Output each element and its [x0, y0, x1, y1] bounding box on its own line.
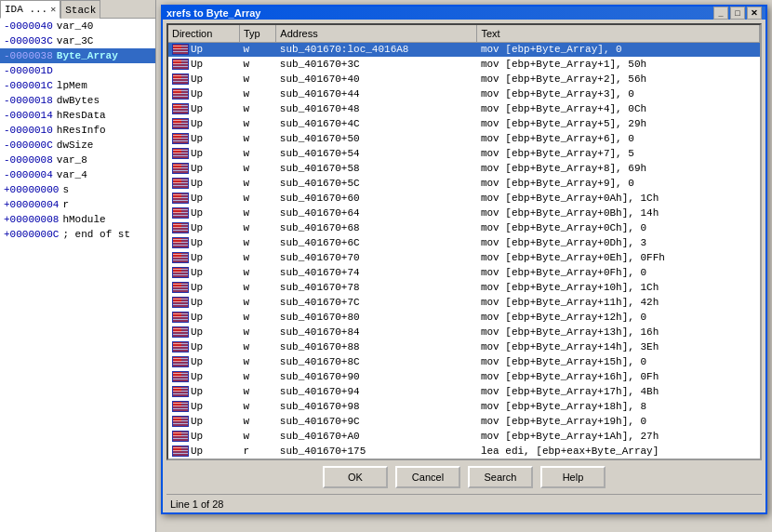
ida-addr: +0000000C — [4, 229, 59, 240]
tab-ida[interactable]: IDA ... ✕ — [0, 0, 60, 19]
left-panel-row[interactable]: -000003Cvar_3C — [0, 33, 155, 48]
left-panel-row[interactable]: -0000038Byte_Array — [0, 48, 155, 63]
left-panel-row[interactable]: +00000000s — [0, 182, 155, 197]
table-row[interactable]: Upwsub_401670+9Cmov [ebp+Byte_Array+19h]… — [168, 414, 760, 429]
table-row[interactable]: Upwsub_401670+5Cmov [ebp+Byte_Array+9], … — [168, 176, 760, 191]
table-cell-address: sub_401670+5C — [276, 176, 477, 191]
table-cell-text: mov [ebp+Byte_Array+0Ch], 0 — [477, 220, 760, 235]
table-cell-type: w — [239, 250, 275, 265]
table-cell-icon: Up — [168, 131, 239, 146]
search-button[interactable]: Search — [468, 466, 533, 488]
table-row[interactable]: Upwsub_401670+88mov [ebp+Byte_Array+14h]… — [168, 339, 760, 354]
table-row[interactable]: Upwsub_401670+7Cmov [ebp+Byte_Array+11h]… — [168, 295, 760, 310]
table-cell-text: mov [ebp+Byte_Array+1Ah], 27h — [477, 429, 760, 444]
left-panel-row[interactable]: +0000000C; end of st — [0, 227, 155, 242]
table-cell-type: w — [239, 235, 275, 250]
left-panel-row[interactable]: -0000004var_4 — [0, 167, 155, 182]
table-cell-address: sub_401670+80 — [276, 310, 477, 325]
table-row[interactable]: Upwsub_401670+80mov [ebp+Byte_Array+12h]… — [168, 310, 760, 325]
table-row[interactable]: Upwsub_401670+64mov [ebp+Byte_Array+0Bh]… — [168, 206, 760, 220]
table-cell-icon: Up — [168, 429, 239, 444]
table-row[interactable]: Upwsub_401670:loc_4016A8mov [ebp+Byte_Ar… — [168, 42, 760, 57]
button-row: OK Cancel Search Help — [166, 460, 762, 492]
table-row[interactable]: Upwsub_401670+78mov [ebp+Byte_Array+10h]… — [168, 280, 760, 295]
left-panel-row[interactable]: -000001D — [0, 63, 155, 78]
table-cell-icon: Up — [168, 339, 239, 354]
left-panel-row[interactable]: -000001ClpMem — [0, 78, 155, 93]
table-row[interactable]: Upwsub_401670+4Cmov [ebp+Byte_Array+5], … — [168, 116, 760, 131]
row-flag-icon — [172, 312, 189, 323]
table-cell-type: w — [239, 101, 275, 116]
table-row[interactable]: Upwsub_401670+98mov [ebp+Byte_Array+18h]… — [168, 399, 760, 414]
col-header-text: Text — [477, 25, 760, 42]
left-panel-row[interactable]: -0000010hResInfo — [0, 123, 155, 138]
table-cell-address: sub_401670+54 — [276, 146, 477, 161]
left-panel-row[interactable]: -000000CdwSize — [0, 138, 155, 153]
table-row[interactable]: Upwsub_401670+84mov [ebp+Byte_Array+13h]… — [168, 325, 760, 339]
table-row[interactable]: Upwsub_401670+94mov [ebp+Byte_Array+17h]… — [168, 384, 760, 399]
table-row[interactable]: Upwsub_401670+74mov [ebp+Byte_Array+0Fh]… — [168, 265, 760, 280]
table-cell-text: mov [ebp+Byte_Array+19h], 0 — [477, 414, 760, 429]
dialog-body: Direction Typ Address Text Upwsub_401670… — [163, 20, 765, 516]
table-cell-direction: Up — [191, 252, 203, 263]
table-cell-icon: Up — [168, 250, 239, 265]
table-cell-direction: Up — [191, 59, 203, 70]
table-cell-direction: Up — [191, 103, 203, 114]
left-panel-row[interactable]: -0000040var_40 — [0, 19, 155, 33]
table-row[interactable]: Upwsub_401670+68mov [ebp+Byte_Array+0Ch]… — [168, 220, 760, 235]
col-header-type: Typ — [239, 25, 275, 42]
table-row[interactable]: Upwsub_401670+48mov [ebp+Byte_Array+4], … — [168, 101, 760, 116]
table-row[interactable]: Upwsub_401670+50mov [ebp+Byte_Array+6], … — [168, 131, 760, 146]
left-panel-row[interactable]: +00000004r — [0, 197, 155, 212]
table-cell-direction: Up — [191, 371, 203, 382]
title-controls: _ □ ✕ — [713, 7, 762, 20]
row-flag-icon — [172, 386, 189, 397]
table-row[interactable]: Upwsub_401670+90mov [ebp+Byte_Array+16h]… — [168, 369, 760, 384]
table-cell-icon: Up — [168, 206, 239, 220]
table-row[interactable]: Upwsub_401670+44mov [ebp+Byte_Array+3], … — [168, 86, 760, 101]
table-row[interactable]: Upwsub_401670+8Cmov [ebp+Byte_Array+15h]… — [168, 354, 760, 369]
row-flag-icon — [172, 178, 189, 189]
table-cell-address: sub_401670+175 — [276, 444, 477, 459]
table-cell-text: mov [ebp+Byte_Array+8], 69h — [477, 161, 760, 176]
table-cell-direction: Up — [191, 297, 203, 308]
tab-stack[interactable]: Stack — [60, 0, 100, 19]
close-button[interactable]: ✕ — [747, 7, 762, 20]
table-row[interactable]: Upwsub_401670+58mov [ebp+Byte_Array+8], … — [168, 161, 760, 176]
table-row[interactable]: Upwsub_401670+60mov [ebp+Byte_Array+0Ah]… — [168, 191, 760, 206]
left-panel-row[interactable]: -0000018dwBytes — [0, 93, 155, 108]
table-cell-type: w — [239, 72, 275, 86]
minimize-button[interactable]: _ — [713, 7, 728, 20]
table-row[interactable]: Upwsub_401670+3Cmov [ebp+Byte_Array+1], … — [168, 57, 760, 72]
ok-button[interactable]: OK — [323, 466, 388, 488]
left-panel-row[interactable]: +00000008hModule — [0, 212, 155, 227]
maximize-button[interactable]: □ — [730, 7, 745, 20]
table-row[interactable]: Upwsub_401670+6Cmov [ebp+Byte_Array+0Dh]… — [168, 235, 760, 250]
table-cell-text: mov [ebp+Byte_Array+2], 56h — [477, 72, 760, 86]
table-row[interactable]: Uprsub_401670+175lea edi, [ebp+eax+Byte_… — [168, 444, 760, 459]
tab-ida-label: IDA ... — [5, 4, 47, 15]
table-cell-address: sub_401670+68 — [276, 220, 477, 235]
row-flag-icon — [172, 73, 189, 85]
table-cell-type: w — [239, 116, 275, 131]
table-row[interactable]: Upwsub_401670+70mov [ebp+Byte_Array+0Eh]… — [168, 250, 760, 265]
xref-table-container[interactable]: Direction Typ Address Text Upwsub_401670… — [166, 23, 762, 460]
table-cell-text: mov [ebp+Byte_Array+6], 0 — [477, 131, 760, 146]
table-cell-type: w — [239, 131, 275, 146]
table-row[interactable]: Upwsub_401670+54mov [ebp+Byte_Array+7], … — [168, 146, 760, 161]
help-button[interactable]: Help — [540, 466, 606, 488]
table-cell-text: mov [ebp+Byte_Array+16h], 0Fh — [477, 369, 760, 384]
tab-ida-close[interactable]: ✕ — [50, 4, 56, 15]
table-row[interactable]: Upwsub_401670+A0mov [ebp+Byte_Array+1Ah]… — [168, 429, 760, 444]
table-cell-direction: Up — [191, 267, 203, 278]
cancel-button[interactable]: Cancel — [395, 466, 460, 488]
left-panel-row[interactable]: -0000014hResData — [0, 108, 155, 123]
row-flag-icon — [172, 356, 189, 367]
table-cell-address: sub_401670+64 — [276, 206, 477, 220]
table-row[interactable]: Upwsub_401670+40mov [ebp+Byte_Array+2], … — [168, 72, 760, 86]
table-cell-direction: Up — [191, 73, 203, 85]
left-panel-row[interactable]: -0000008var_8 — [0, 153, 155, 167]
ida-name: hModule — [62, 214, 105, 225]
ida-addr: +00000008 — [4, 214, 59, 225]
ida-name: var_40 — [57, 20, 94, 32]
